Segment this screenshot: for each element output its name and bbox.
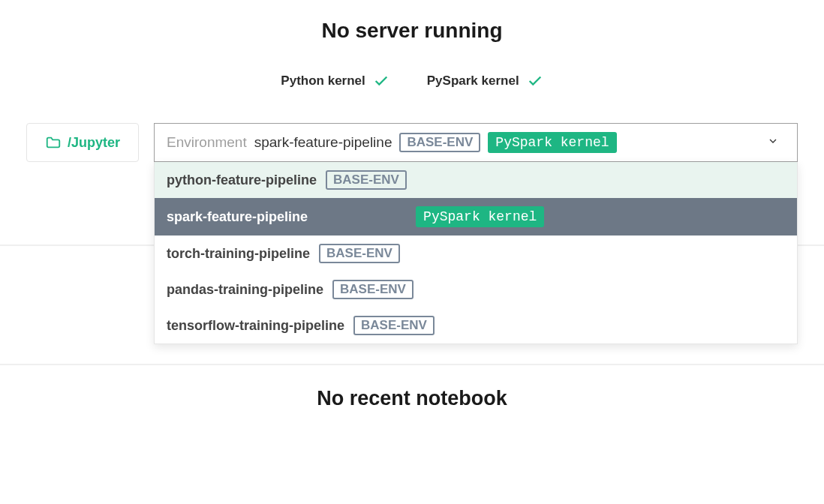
dropdown-item-name: tensorflow-training-pipeline <box>167 318 344 334</box>
dropdown-item-name: spark-feature-pipeline <box>167 209 308 225</box>
environment-placeholder: Environment <box>167 134 247 151</box>
base-env-badge: BASE-ENV <box>326 170 407 190</box>
dropdown-item[interactable]: spark-feature-pipelinePySpark kernel <box>155 198 797 236</box>
dropdown-item-name: torch-training-pipeline <box>167 246 310 262</box>
base-env-badge: BASE-ENV <box>399 133 480 152</box>
base-env-badge: BASE-ENV <box>353 316 435 335</box>
python-kernel-status: Python kernel <box>281 73 389 89</box>
folder-icon <box>45 134 62 151</box>
kernel-status-row: Python kernel PySpark kernel <box>15 73 809 89</box>
page-title: No server running <box>15 19 809 43</box>
jupyter-folder-label: /Jupyter <box>68 135 120 151</box>
pyspark-kernel-badge: PySpark kernel <box>416 206 544 227</box>
chevron-down-icon <box>767 135 779 147</box>
check-icon <box>373 73 389 89</box>
dropdown-item[interactable]: tensorflow-training-pipelineBASE-ENV <box>155 308 797 344</box>
no-recent-notebook-title: No recent notebook <box>15 387 809 410</box>
jupyter-folder-button[interactable]: /Jupyter <box>26 123 139 162</box>
base-env-badge: BASE-ENV <box>319 244 400 263</box>
environment-selected-name: spark-feature-pipeline <box>254 134 392 151</box>
check-icon <box>527 73 543 89</box>
pyspark-kernel-status: PySpark kernel <box>427 73 543 89</box>
dropdown-toggle[interactable] <box>761 135 785 150</box>
python-kernel-label: Python kernel <box>281 74 365 88</box>
environment-input[interactable]: Environment spark-feature-pipeline BASE-… <box>154 123 798 162</box>
environment-dropdown: python-feature-pipelineBASE-ENVspark-fea… <box>154 162 798 344</box>
dropdown-item[interactable]: python-feature-pipelineBASE-ENV <box>155 162 797 198</box>
pyspark-kernel-label: PySpark kernel <box>427 74 519 88</box>
dropdown-item[interactable]: torch-training-pipelineBASE-ENV <box>155 236 797 272</box>
environment-selector[interactable]: Environment spark-feature-pipeline BASE-… <box>154 123 798 162</box>
dropdown-item-name: pandas-training-pipeline <box>167 282 323 298</box>
base-env-badge: BASE-ENV <box>332 280 414 299</box>
pyspark-kernel-badge: PySpark kernel <box>488 132 616 153</box>
dropdown-item-name: python-feature-pipeline <box>167 172 317 188</box>
dropdown-item[interactable]: pandas-training-pipelineBASE-ENV <box>155 272 797 308</box>
